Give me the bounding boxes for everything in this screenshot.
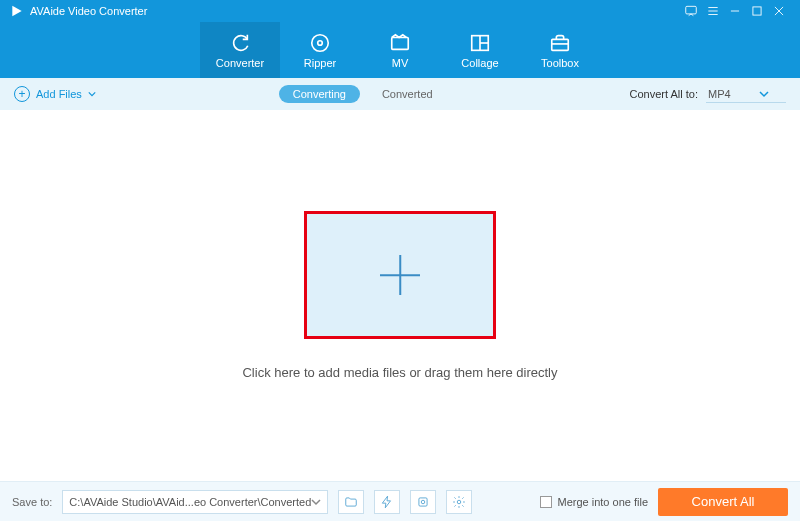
svg-rect-5	[753, 7, 761, 15]
menu-icon[interactable]	[702, 0, 724, 22]
mv-icon	[389, 32, 411, 54]
svg-rect-0	[686, 6, 697, 14]
svg-rect-14	[552, 39, 569, 50]
minimize-button[interactable]	[724, 0, 746, 22]
merge-checkbox[interactable]: Merge into one file	[540, 496, 649, 508]
tab-converting[interactable]: Converting	[279, 85, 360, 103]
settings-button[interactable]	[446, 490, 472, 514]
close-button[interactable]	[768, 0, 790, 22]
svg-rect-16	[419, 497, 427, 505]
nav-label: Ripper	[304, 57, 336, 69]
disc-icon	[309, 32, 331, 54]
tab-converted[interactable]: Converted	[368, 85, 447, 103]
convert-all-button[interactable]: Convert All	[658, 488, 788, 516]
add-files-button[interactable]: + Add Files	[14, 86, 96, 102]
plus-icon	[380, 255, 420, 295]
footer: Save to: C:\AVAide Studio\AVAid...eo Con…	[0, 481, 800, 521]
add-media-dropzone[interactable]	[304, 211, 496, 339]
converter-icon	[229, 32, 251, 54]
open-folder-button[interactable]	[338, 490, 364, 514]
status-tabs: Converting Converted	[96, 85, 630, 103]
collage-icon	[469, 32, 491, 54]
plus-circle-icon: +	[14, 86, 30, 102]
save-path-value: C:\AVAide Studio\AVAid...eo Converter\Co…	[69, 496, 311, 508]
svg-point-8	[312, 34, 329, 51]
toolbox-icon	[549, 32, 571, 54]
main-area: Click here to add media files or drag th…	[0, 110, 800, 481]
app-title: AVAide Video Converter	[30, 5, 147, 17]
feedback-icon[interactable]	[680, 0, 702, 22]
nav-label: Converter	[216, 57, 264, 69]
output-format-select[interactable]: MP4	[706, 86, 786, 103]
svg-point-17	[422, 500, 426, 504]
high-speed-button[interactable]	[374, 490, 400, 514]
nav-collage[interactable]: Collage	[440, 22, 520, 78]
main-nav: Converter Ripper MV Collage Toolbox	[0, 22, 800, 78]
nav-label: Toolbox	[541, 57, 579, 69]
add-files-label: Add Files	[36, 88, 82, 100]
nav-label: Collage	[461, 57, 498, 69]
svg-rect-10	[392, 37, 409, 49]
nav-mv[interactable]: MV	[360, 22, 440, 78]
save-path-select[interactable]: C:\AVAide Studio\AVAid...eo Converter\Co…	[62, 490, 328, 514]
nav-ripper[interactable]: Ripper	[280, 22, 360, 78]
subbar: + Add Files Converting Converted Convert…	[0, 78, 800, 110]
convert-all-to: Convert All to: MP4	[630, 86, 786, 103]
nav-converter[interactable]: Converter	[200, 22, 280, 78]
save-to-label: Save to:	[12, 496, 52, 508]
maximize-button[interactable]	[746, 0, 768, 22]
chevron-down-icon	[759, 89, 769, 99]
merge-label: Merge into one file	[558, 496, 649, 508]
gpu-accel-button[interactable]	[410, 490, 436, 514]
app-logo-icon	[10, 4, 24, 18]
titlebar: AVAide Video Converter	[0, 0, 800, 22]
chevron-down-icon	[88, 90, 96, 98]
format-value: MP4	[708, 88, 731, 100]
chevron-down-icon	[311, 497, 321, 507]
checkbox-icon	[540, 496, 552, 508]
svg-point-9	[318, 40, 323, 45]
convert-all-label: Convert All to:	[630, 88, 698, 100]
nav-label: MV	[392, 57, 409, 69]
nav-toolbox[interactable]: Toolbox	[520, 22, 600, 78]
svg-point-18	[458, 500, 462, 504]
dropzone-hint: Click here to add media files or drag th…	[242, 365, 557, 380]
